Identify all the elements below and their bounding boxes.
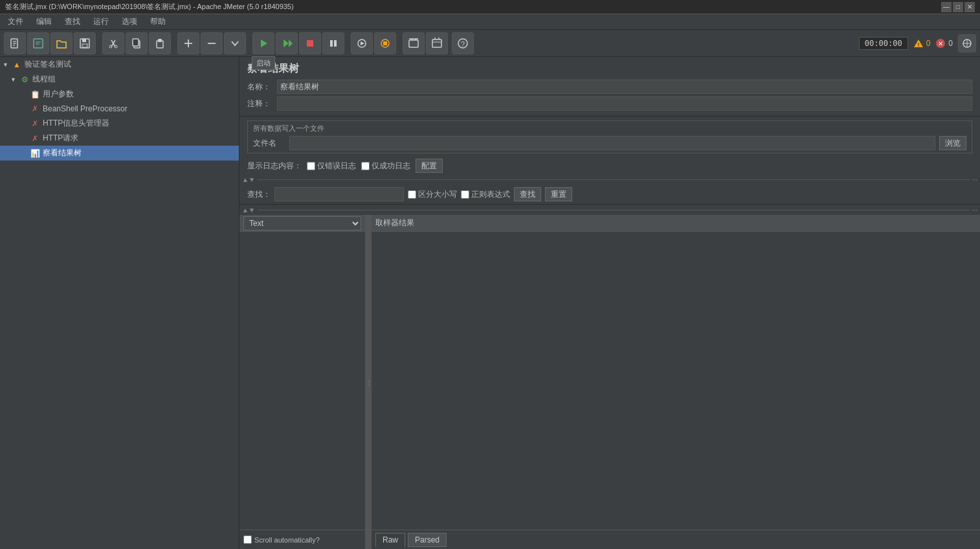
reset-button[interactable]: 重置 — [545, 187, 572, 201]
close-button[interactable]: ✕ — [964, 2, 975, 12]
shutdown-button[interactable] — [322, 32, 344, 54]
sidebar-item-result-tree[interactable]: ▶ 📊 察看结果树 — [0, 146, 239, 161]
remote-stop-button[interactable] — [374, 32, 396, 54]
start-no-pause-button[interactable] — [276, 32, 298, 54]
scroll-auto-input[interactable] — [243, 535, 252, 544]
toolbar-sep-2 — [172, 32, 176, 54]
help-button[interactable]: ? — [452, 32, 474, 54]
expand-arrow-thread: ▼ — [10, 76, 18, 83]
scroll-auto-label: Scroll automatically? — [254, 536, 320, 544]
minimize-button[interactable]: — — [941, 2, 952, 12]
sampler-result-label: 取样器结果 — [375, 218, 414, 229]
sidebar-item-beanshell[interactable]: ▶ ✗ BeanShell PreProcessor — [0, 102, 239, 116]
file-row: 文件名 浏览 — [253, 136, 966, 150]
error-indicator: ✕ 0 — [935, 38, 953, 49]
toggle-button[interactable] — [224, 32, 246, 54]
svg-rect-26 — [334, 40, 337, 47]
error-only-checkbox[interactable]: 仅错误日志 — [307, 161, 356, 172]
result-left-header: Text RegExp Tester CSS/JQuery Tester XPa… — [239, 215, 365, 232]
regex-input[interactable] — [461, 190, 469, 199]
search-button[interactable]: 查找 — [514, 187, 541, 201]
search-bar: 查找： 区分大小写 正则表达式 查找 重置 — [239, 185, 980, 205]
sidebar-item-http-header[interactable]: ▶ ✗ HTTP信息头管理器 — [0, 116, 239, 131]
remote-start-button[interactable] — [351, 32, 373, 54]
save-button[interactable] — [74, 32, 96, 54]
divider-1[interactable]: ▲▼ ··· — [239, 174, 980, 185]
stop-button[interactable] — [299, 32, 321, 54]
svg-rect-25 — [330, 40, 333, 47]
comment-row: 注释： — [247, 96, 972, 111]
name-input[interactable] — [277, 80, 972, 94]
regex-checkbox[interactable]: 正则表达式 — [461, 189, 510, 200]
results-area: Text RegExp Tester CSS/JQuery Tester XPa… — [239, 215, 980, 549]
title-bar: 签名测试.jmx (D:\WORK\mynotepad\201908\签名测试.… — [0, 0, 980, 14]
case-sensitive-checkbox[interactable]: 区分大小写 — [408, 189, 457, 200]
view-mode-dropdown[interactable]: Text RegExp Tester CSS/JQuery Tester XPa… — [243, 216, 361, 230]
user-params-icon: 📋 — [30, 89, 40, 100]
menu-options[interactable]: 选项 — [117, 15, 142, 28]
svg-rect-15 — [133, 39, 139, 46]
sidebar-item-user-params[interactable]: ▶ 📋 用户参数 — [0, 87, 239, 102]
maximize-button[interactable]: □ — [953, 2, 963, 12]
new-button[interactable] — [4, 32, 26, 54]
svg-rect-30 — [383, 41, 387, 45]
menu-search[interactable]: 查找 — [60, 15, 85, 28]
file-name-input[interactable] — [289, 136, 935, 150]
sidebar-item-verify-test[interactable]: ▼ ▲ 验证签名测试 — [0, 57, 239, 72]
remote-engine-button[interactable] — [958, 34, 976, 52]
success-only-check-input[interactable] — [361, 162, 370, 170]
paste-button[interactable] — [149, 32, 171, 54]
browse-button[interactable]: 浏览 — [939, 136, 966, 150]
start-button[interactable]: 启动 — [252, 32, 274, 54]
sidebar-item-http-request[interactable]: ▶ ✗ HTTP请求 — [0, 131, 239, 146]
sidebar-item-label-http-header: HTTP信息头管理器 — [43, 118, 109, 129]
divider-line-2 — [258, 210, 970, 210]
collapse-button[interactable] — [201, 32, 223, 54]
parsed-tab[interactable]: Parsed — [408, 533, 447, 547]
http-header-icon: ✗ — [30, 118, 40, 129]
success-only-checkbox[interactable]: 仅成功日志 — [361, 161, 410, 172]
svg-rect-4 — [34, 39, 43, 48]
warn-indicator: ! 0 — [913, 38, 931, 49]
raw-tab[interactable]: Raw — [375, 533, 405, 547]
divider-line-1 — [258, 179, 970, 180]
expand-arrow-verify: ▼ — [3, 62, 10, 68]
sidebar-item-label-result: 察看结果树 — [43, 148, 82, 159]
beanshell-icon: ✗ — [30, 104, 40, 114]
menu-edit[interactable]: 编辑 — [31, 15, 57, 28]
open-button[interactable] — [50, 32, 72, 54]
content-panel: 察看结果树 名称： 注释： 所有数据写入一个文件 文件名 浏览 显示日志内容： — [239, 57, 980, 549]
scroll-auto-checkbox[interactable]: Scroll automatically? — [243, 535, 320, 544]
cut-button[interactable] — [102, 32, 124, 54]
svg-text:?: ? — [461, 40, 465, 48]
vertical-divider[interactable]: ⋮ — [366, 215, 372, 549]
error-only-check-input[interactable] — [307, 162, 315, 170]
clear-button[interactable] — [403, 32, 425, 54]
expand-button[interactable] — [177, 32, 199, 54]
svg-rect-17 — [158, 39, 162, 42]
copy-button[interactable] — [126, 32, 148, 54]
result-right-footer: Raw Parsed — [372, 530, 980, 549]
svg-rect-8 — [82, 39, 86, 42]
toolbar-sep-3 — [247, 32, 251, 54]
templates-button[interactable] — [27, 32, 49, 54]
clear-all-button[interactable] — [426, 32, 448, 54]
menu-help[interactable]: 帮助 — [145, 15, 171, 28]
comment-input[interactable] — [277, 96, 972, 111]
sidebar-item-thread-group[interactable]: ▼ ⚙ 线程组 — [0, 72, 239, 87]
file-section-title: 所有数据写入一个文件 — [253, 124, 966, 133]
result-right-body — [372, 232, 980, 530]
toolbar-right: 00:00:00 ! 0 ✕ 0 — [859, 34, 976, 52]
result-right-pane: 取样器结果 Raw Parsed — [372, 215, 980, 549]
search-input[interactable] — [274, 187, 404, 201]
config-button[interactable]: 配置 — [416, 159, 443, 173]
thread-group-icon: ⚙ — [19, 74, 30, 85]
menu-run[interactable]: 运行 — [88, 15, 114, 28]
menu-file[interactable]: 文件 — [3, 15, 28, 28]
svg-text:!: ! — [917, 41, 919, 48]
case-sensitive-input[interactable] — [408, 190, 416, 199]
divider-2[interactable]: ▲▼ ··· — [239, 205, 980, 215]
menu-bar: 文件 编辑 查找 运行 选项 帮助 — [0, 14, 980, 30]
result-left-footer: Scroll automatically? — [239, 530, 365, 549]
div1-up-arrow: ▲▼ — [239, 176, 258, 183]
